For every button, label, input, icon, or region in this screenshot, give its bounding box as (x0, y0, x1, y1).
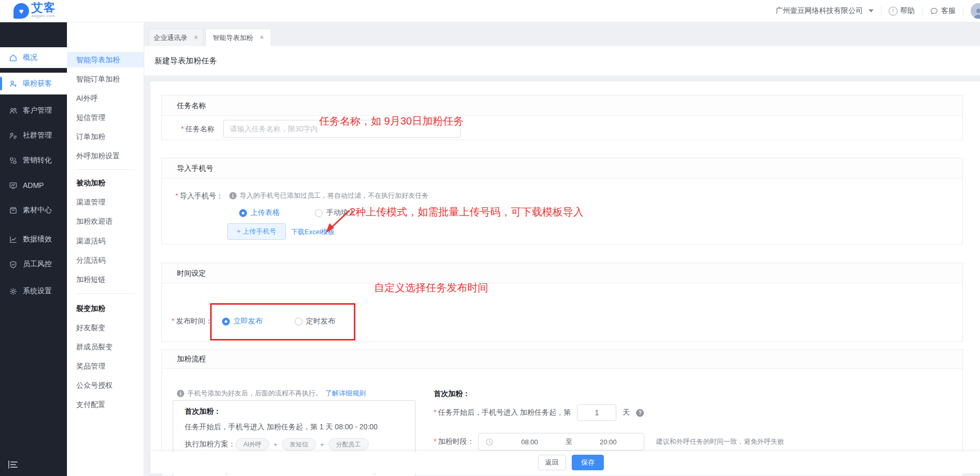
question-mark-icon[interactable]: ? (636, 409, 644, 417)
publish-time-label: *发布时间： (172, 317, 212, 326)
close-icon[interactable]: ✕ (194, 34, 198, 41)
tag-ai-call[interactable]: AI外呼 (236, 438, 269, 451)
flow-day-row: *任务开始后，手机号进入 加粉任务起，第 天 ? (434, 404, 644, 421)
menu-item-order-fans[interactable]: 订单加粉 (67, 129, 144, 144)
section-title: 任务名称 (162, 96, 962, 116)
menu-item-channel-qr[interactable]: 渠道活码 (67, 233, 144, 249)
analytics-icon (9, 235, 18, 244)
menu-item-short-link[interactable]: 加粉短链 (67, 271, 144, 287)
menu-group-title: 裂变加粉 (76, 301, 105, 316)
menu-item-sms[interactable]: 短信管理 (67, 110, 144, 125)
active-indicator (0, 77, 2, 90)
sidebar-item-label: 数据绩效 (23, 235, 52, 244)
tab-label: 智能导表加粉 (213, 33, 253, 43)
secondary-sidebar: 主动加粉 智能导表加粉 智能订单加粉 AI外呼 短信管理 订单加粉 外呼加粉设置… (67, 22, 144, 476)
sidebar-item-label: ADMP (23, 181, 44, 189)
logo[interactable]: ♥ 艾客 aagain.com (13, 2, 56, 19)
sidebar-item-overview[interactable]: 概况 (0, 47, 67, 68)
time-start: 08:00 (493, 438, 565, 446)
menu-item-official-auth[interactable]: 公众号授权 (67, 377, 144, 393)
red-arrow-annotation (322, 207, 354, 234)
help-icon: ! (889, 7, 898, 16)
menu-item-smart-import[interactable]: 智能导表加粉 (67, 52, 144, 67)
clock-icon (486, 438, 493, 446)
sidebar-item-label: 营销转化 (23, 156, 52, 165)
flow-day-label: *任务开始后，手机号进入 加粉任务起，第 (434, 408, 571, 417)
upload-phone-button[interactable]: + 上传手机号 (227, 223, 286, 240)
sidebar-item-customers[interactable]: 客户管理 (0, 100, 67, 121)
time-end: 20:00 (572, 438, 644, 446)
sidebar-item-label: 概况 (23, 53, 37, 62)
tab-contacts[interactable]: 企业通讯录 ✕ (148, 29, 203, 46)
help-button[interactable]: ! 帮助 (889, 6, 915, 16)
back-button[interactable]: 返回 (538, 455, 566, 470)
tag-send-sms[interactable]: 发短信 (282, 438, 316, 451)
sidebar-item-analytics[interactable]: 数据绩效 (0, 229, 67, 250)
radio-upload-table[interactable] (239, 209, 247, 217)
rules-link[interactable]: 了解详细规则 (325, 389, 366, 398)
admp-icon (9, 181, 18, 190)
plus-separator: + (320, 441, 324, 448)
sidebar-item-label: 素材中心 (23, 206, 52, 215)
day-number-input[interactable] (577, 404, 616, 421)
flow-period-row: *加粉时段： 08:00 至 20:00 建议和外呼任务的时间一致，避免外呼失败 (434, 433, 784, 451)
sidebar-item-community[interactable]: 社群管理 (0, 125, 67, 146)
required-mark: * (181, 125, 184, 133)
import-phone-info: i 导入的手机号已添加过员工，将自动过滤，不在执行加好友任务 (229, 191, 429, 200)
page-title: 新建导表加粉任务 (155, 56, 217, 66)
save-button[interactable]: 保存 (572, 455, 604, 470)
period-hint: 建议和外呼任务的时间一致，避免外呼失败 (656, 437, 784, 446)
sidebar-item-acquire-fans[interactable]: 吸粉获客 (0, 73, 67, 94)
time-range-picker[interactable]: 08:00 至 20:00 (478, 433, 644, 451)
flow-step-plan: 执行加粉方案： AI外呼 + 发短信 + 分配员工 (185, 438, 369, 451)
shield-check-icon (9, 260, 18, 269)
task-name-label: *任务名称 (181, 125, 214, 134)
menu-item-call-settings[interactable]: 外呼加粉设置 (67, 148, 144, 164)
menu-item-channel[interactable]: 渠道管理 (67, 194, 144, 210)
logo-domain: aagain.com (31, 14, 56, 18)
collapse-sidebar-icon[interactable] (8, 460, 18, 469)
section-title: 时间设定 (162, 263, 962, 283)
sidebar-item-risk-control[interactable]: 员工风控 (0, 254, 67, 275)
menu-item-group-fission[interactable]: 群成员裂变 (67, 339, 144, 355)
user-avatar[interactable] (971, 3, 980, 19)
info-icon: i (177, 390, 184, 397)
close-icon[interactable]: ✕ (259, 34, 264, 41)
flow-step-card[interactable]: 首次加粉： 任务开始后，手机号进入 加粉任务起，第 1 天 08:00 - 20… (173, 400, 416, 458)
required-mark: * (434, 408, 436, 416)
divider (76, 293, 134, 294)
company-selector[interactable]: 广州壹豆网络科技有限公司 (776, 6, 874, 16)
menu-item-welcome[interactable]: 加粉欢迎语 (67, 213, 144, 229)
customers-icon (9, 106, 18, 115)
sidebar-item-conversion[interactable]: 营销转化 (0, 150, 67, 171)
tab-smart-import[interactable]: 智能导表加粉 ✕ (205, 29, 271, 46)
page-title-bar: 新建导表加粉任务 (144, 46, 980, 75)
menu-item-smart-order[interactable]: 智能订单加粉 (67, 71, 144, 87)
menu-item-friend-fission[interactable]: 好友裂变 (67, 320, 144, 335)
service-button[interactable]: 客服 (930, 6, 956, 16)
material-icon (9, 206, 18, 215)
menu-item-prize[interactable]: 奖品管理 (67, 358, 144, 374)
menu-item-pay-config[interactable]: 支付配置 (67, 397, 144, 412)
annotation-upload-mode: 2种上传模式，如需批量上传号码，可下载模板导入 (350, 205, 584, 219)
time-separator: 至 (565, 437, 572, 446)
upload-phone-button-label: + 上传手机号 (237, 227, 276, 236)
help-label: 帮助 (900, 6, 915, 16)
sidebar-item-admp[interactable]: ADMP (0, 175, 67, 196)
person-icon (972, 6, 980, 19)
sidebar-item-settings[interactable]: 系统设置 (0, 281, 67, 302)
sidebar-item-label: 社群管理 (23, 131, 52, 140)
menu-item-ai-call[interactable]: AI外呼 (67, 90, 144, 106)
separator (881, 7, 881, 15)
chat-bubble-icon (930, 7, 938, 16)
tag-assign-staff[interactable]: 分配员工 (328, 438, 369, 451)
conversion-icon (9, 156, 18, 165)
footer-bar: 返回 保存 (150, 452, 980, 473)
section-task-name: 任务名称 *任务名称 任务名称，如 9月30日加粉任务 (161, 95, 963, 140)
menu-item-split-qr[interactable]: 分流活码 (67, 252, 144, 268)
period-label: *加粉时段： (434, 437, 474, 446)
user-add-icon (9, 79, 18, 88)
sidebar-item-material[interactable]: 素材中心 (0, 200, 67, 221)
service-label: 客服 (941, 6, 956, 16)
radio-upload-table-label[interactable]: 上传表格 (251, 208, 280, 217)
